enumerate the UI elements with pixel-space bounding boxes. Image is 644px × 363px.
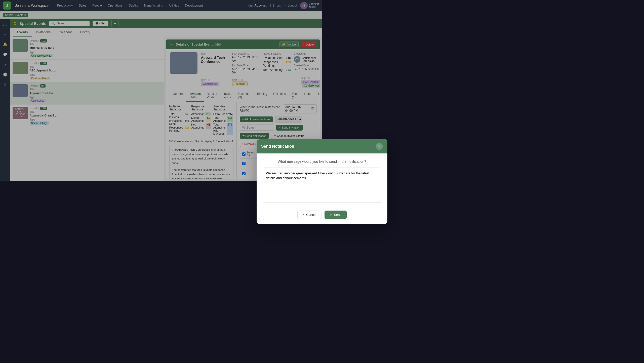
notification-message-input[interactable] xyxy=(263,168,322,182)
modal-question: What message would you like to send in t… xyxy=(263,159,322,164)
modal-title: Send Notification xyxy=(261,144,294,149)
send-notification-modal: Send Notification × What message would y… xyxy=(257,139,322,182)
modal-overlay[interactable]: Send Notification × What message would y… xyxy=(0,0,322,181)
modal-header: Send Notification × xyxy=(257,139,322,153)
